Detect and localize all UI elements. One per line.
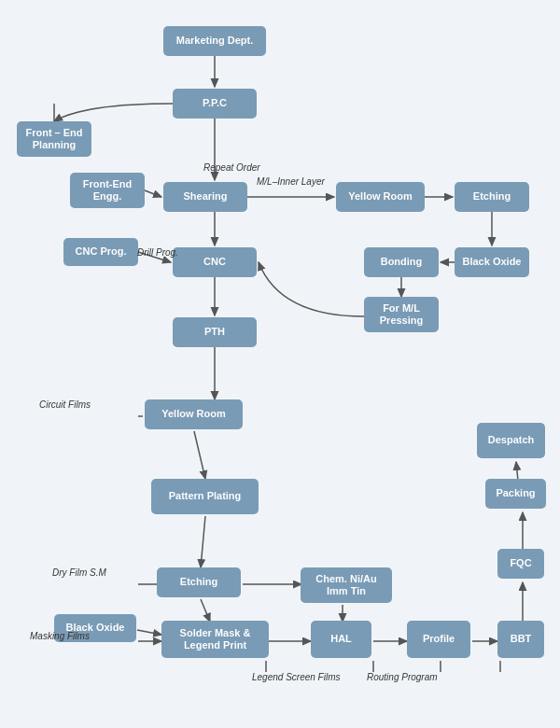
- marketing-node: Marketing Dept.: [163, 26, 266, 56]
- svg-line-12: [194, 431, 205, 479]
- etching2-node: Etching: [157, 567, 241, 597]
- yellow-room1-node: Yellow Room: [336, 182, 425, 212]
- ppc-node: P.P.C: [173, 89, 257, 119]
- routing-program-label: Routing Program: [367, 672, 438, 682]
- svg-line-23: [516, 462, 518, 481]
- circuit-films-label: Circuit Films: [39, 399, 91, 410]
- solder-mask-node: Solder Mask & Legend Print: [161, 621, 269, 658]
- cnc-node: CNC: [173, 247, 257, 277]
- svg-line-15: [201, 599, 210, 622]
- frontend-engg-node: Front-End Engg.: [70, 173, 145, 208]
- svg-line-2: [145, 190, 161, 197]
- fqc-node: FQC: [497, 549, 544, 579]
- masking-films-label: Masking Films: [30, 631, 90, 641]
- bonding-node: Bonding: [364, 247, 439, 277]
- chem-ni-node: Chem. Ni/Au Imm Tin: [301, 567, 392, 603]
- profile-node: Profile: [407, 621, 470, 658]
- for-pressing-node: For M/L Pressing: [364, 297, 439, 332]
- svg-line-16: [137, 630, 161, 635]
- svg-line-13: [201, 516, 205, 567]
- pth-node: PTH: [173, 317, 257, 347]
- packing-node: Packing: [485, 479, 546, 509]
- despatch-node: Despatch: [477, 423, 545, 458]
- repeat-order-label: Repeat Order: [203, 162, 260, 173]
- etching1-node: Etching: [455, 182, 529, 212]
- dry-film-label: Dry Film S.M: [52, 567, 106, 578]
- flowchart: Marketing Dept. P.P.C Front – End Planni…: [0, 0, 560, 728]
- ml-inner-layer-label: M/L–Inner Layer: [257, 176, 325, 187]
- yellow-room2-node: Yellow Room: [145, 399, 243, 429]
- pattern-plating-node: Pattern Plating: [151, 479, 259, 514]
- drill-prog-label: Drill Prog.: [137, 247, 178, 258]
- black-oxide1-node: Black Oxide: [455, 247, 529, 277]
- cnc-prog-node: CNC Prog.: [63, 238, 138, 266]
- shearing-node: Shearing: [163, 182, 247, 212]
- frontend-plan-node: Front – End Planning: [17, 121, 91, 157]
- bbt-node: BBT: [497, 621, 544, 658]
- hal-node: HAL: [311, 621, 371, 658]
- legend-screen-label: Legend Screen Films: [252, 672, 341, 682]
